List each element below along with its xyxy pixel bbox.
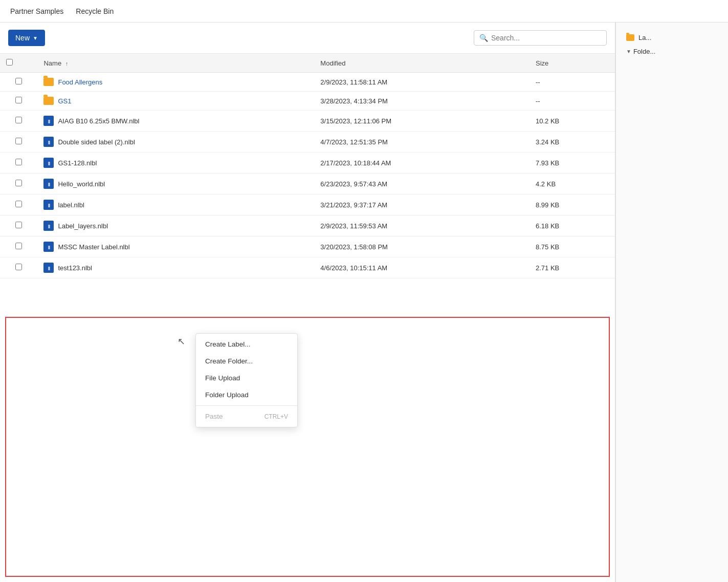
context-menu-item-label: Create Label... — [205, 340, 251, 348]
context-menu-item-label: Paste — [205, 413, 223, 420]
file-name[interactable]: MSSC Master Label.nlbl — [58, 243, 129, 251]
label-file-icon — [43, 179, 54, 189]
row-checkbox[interactable] — [15, 117, 22, 123]
folder-icon — [43, 97, 54, 105]
nav-recycle-bin[interactable]: Recycle Bin — [76, 1, 114, 21]
sidebar-section: La... ▼ Folde... — [616, 29, 728, 60]
table-row[interactable]: label.nlbl3/21/2023, 9:37:17 AM8.99 KB — [0, 195, 615, 215]
context-menu-divider — [196, 405, 297, 406]
label-file-icon — [43, 137, 54, 147]
file-size: 8.99 KB — [530, 195, 615, 215]
right-sidebar: La... ▼ Folde... — [615, 23, 728, 582]
top-nav: Partner Samples Recycle Bin — [0, 0, 728, 23]
context-menu-item-label: Create Folder... — [205, 357, 253, 365]
file-name[interactable]: test123.nlbl — [58, 264, 92, 272]
file-name[interactable]: Label_layers.nlbl — [58, 222, 108, 230]
row-checkbox[interactable] — [15, 78, 22, 84]
table-row[interactable]: Food Allergens2/9/2023, 11:58:11 AM-- — [0, 73, 615, 92]
file-name[interactable]: Double sided label (2).nlbl — [58, 138, 135, 146]
table-row[interactable]: Double sided label (2).nlbl4/7/2023, 12:… — [0, 132, 615, 153]
context-menu-shortcut: CTRL+V — [264, 413, 288, 420]
context-menu-item-label: Folder Upload — [205, 391, 249, 399]
context-menu-item-folder-upload[interactable]: Folder Upload — [196, 386, 297, 403]
nav-partner-samples[interactable]: Partner Samples — [10, 1, 63, 21]
file-modified: 2/17/2023, 10:18:44 AM — [314, 153, 530, 174]
file-modified: 4/7/2023, 12:51:35 PM — [314, 132, 530, 153]
sort-arrow: ↑ — [65, 60, 69, 67]
file-name[interactable]: Food Allergens — [58, 78, 102, 86]
context-menu: Create Label...Create Folder...File Uplo… — [195, 333, 298, 427]
row-checkbox[interactable] — [15, 243, 22, 249]
modified-column-header[interactable]: Modified — [314, 54, 530, 73]
label-file-icon — [43, 200, 54, 210]
context-menu-item-file-upload[interactable]: File Upload — [196, 370, 297, 386]
file-size: 8.75 KB — [530, 236, 615, 257]
file-name[interactable]: GS1 — [58, 97, 71, 105]
row-checkbox[interactable] — [15, 201, 22, 207]
context-menu-item-paste: PasteCTRL+V — [196, 408, 297, 425]
table-row[interactable]: GS13/28/2023, 4:13:34 PM-- — [0, 92, 615, 111]
file-modified: 2/9/2023, 11:58:11 AM — [314, 73, 530, 92]
file-modified: 6/23/2023, 9:57:43 AM — [314, 174, 530, 195]
table-row[interactable]: Label_layers.nlbl2/9/2023, 11:59:53 AM6.… — [0, 215, 615, 236]
label-file-icon — [43, 263, 54, 273]
file-size: 6.18 KB — [530, 215, 615, 236]
sidebar-expand-folder[interactable]: ▼ Folde... — [622, 45, 722, 58]
file-list-area: Name ↑ Modified Size — [0, 54, 615, 312]
drop-zone[interactable]: ↖ Create Label...Create Folder...File Up… — [5, 317, 610, 577]
table-row[interactable]: test123.nlbl4/6/2023, 10:15:11 AM2.71 KB — [0, 257, 615, 278]
file-name[interactable]: GS1-128.nlbl — [58, 159, 97, 167]
select-all-header — [0, 54, 37, 73]
context-menu-item-create-label[interactable]: Create Label... — [196, 336, 297, 353]
table-row[interactable]: MSSC Master Label.nlbl3/20/2023, 1:58:08… — [0, 236, 615, 257]
sidebar-folder-text: Folde... — [633, 48, 655, 55]
file-modified: 3/21/2023, 9:37:17 AM — [314, 195, 530, 215]
select-all-checkbox[interactable] — [6, 59, 13, 66]
label-file-icon — [43, 116, 54, 126]
file-name[interactable]: Hello_world.nlbl — [58, 180, 105, 188]
file-name[interactable]: label.nlbl — [58, 201, 84, 209]
file-modified: 3/20/2023, 1:58:08 PM — [314, 236, 530, 257]
table-row[interactable]: Hello_world.nlbl6/23/2023, 9:57:43 AM4.2… — [0, 174, 615, 195]
search-input[interactable] — [491, 34, 601, 42]
file-modified: 3/15/2023, 12:11:06 PM — [314, 111, 530, 132]
name-column-header[interactable]: Name ↑ — [37, 54, 314, 73]
label-file-icon — [43, 242, 54, 252]
file-table: Name ↑ Modified Size — [0, 54, 615, 278]
search-wrapper: 🔍 — [474, 30, 607, 46]
toolbar: New ▼ 🔍 — [0, 23, 615, 54]
file-modified: 2/9/2023, 11:59:53 AM — [314, 215, 530, 236]
context-menu-item-label: File Upload — [205, 374, 240, 382]
label-file-icon — [43, 158, 54, 168]
search-icon: 🔍 — [479, 34, 488, 42]
row-checkbox[interactable] — [15, 97, 22, 103]
size-column-header[interactable]: Size — [530, 54, 615, 73]
file-size: -- — [530, 73, 615, 92]
file-name[interactable]: AIAG B10 6.25x5 BMW.nlbl — [58, 117, 139, 125]
file-size: 10.2 KB — [530, 111, 615, 132]
sidebar-item-label-text: La... — [638, 34, 651, 41]
file-modified: 4/6/2023, 10:15:11 AM — [314, 257, 530, 278]
row-checkbox[interactable] — [15, 264, 22, 270]
table-row[interactable]: GS1-128.nlbl2/17/2023, 10:18:44 AM7.93 K… — [0, 153, 615, 174]
row-checkbox[interactable] — [15, 159, 22, 165]
file-size: 3.24 KB — [530, 132, 615, 153]
table-row[interactable]: AIAG B10 6.25x5 BMW.nlbl3/15/2023, 12:11… — [0, 111, 615, 132]
new-dropdown-arrow: ▼ — [33, 35, 38, 41]
label-file-icon — [43, 221, 54, 231]
folder-icon — [43, 78, 54, 86]
file-size: 4.2 KB — [530, 174, 615, 195]
chevron-down-icon: ▼ — [626, 49, 631, 54]
sidebar-item-label[interactable]: La... — [622, 31, 722, 45]
file-size: 2.71 KB — [530, 257, 615, 278]
sidebar-folder-icon — [626, 34, 634, 41]
row-checkbox[interactable] — [15, 138, 22, 144]
row-checkbox[interactable] — [15, 222, 22, 228]
file-size: -- — [530, 92, 615, 111]
cursor-indicator: ↖ — [178, 336, 185, 347]
new-button[interactable]: New ▼ — [8, 30, 45, 46]
context-menu-item-create-folder[interactable]: Create Folder... — [196, 353, 297, 370]
file-size: 7.93 KB — [530, 153, 615, 174]
file-modified: 3/28/2023, 4:13:34 PM — [314, 92, 530, 111]
row-checkbox[interactable] — [15, 180, 22, 186]
